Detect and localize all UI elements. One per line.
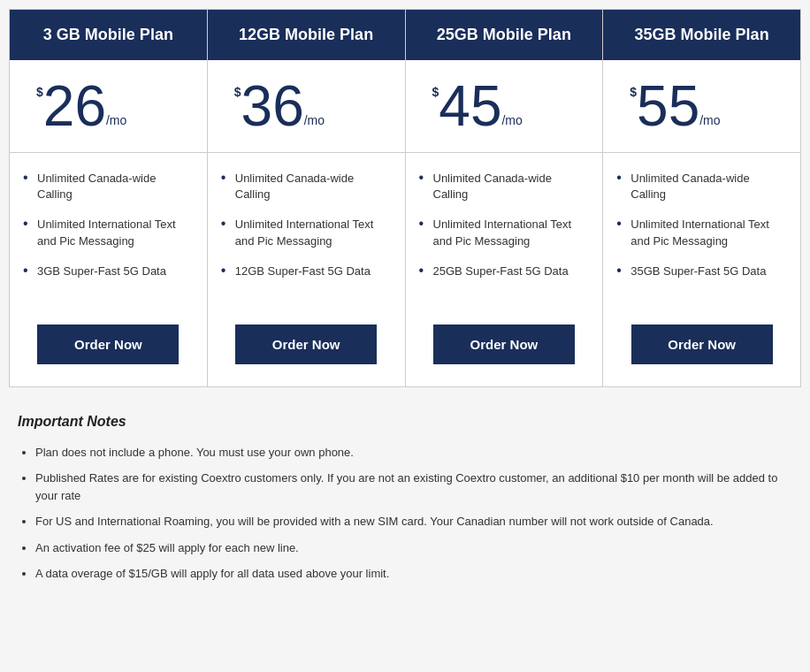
currency-symbol-3: $ [432, 85, 439, 99]
feature-item: 25GB Super-Fast 5G Data [419, 263, 590, 279]
plan-price-2: $36/mo [208, 60, 405, 153]
plan-column-3: 25GB Mobile Plan$45/moUnlimited Canada-w… [406, 10, 604, 386]
plan-column-1: 3 GB Mobile Plan$26/moUnlimited Canada-w… [10, 10, 208, 386]
plan-title-2: 12GB Mobile Plan [208, 10, 405, 60]
price-suffix-1: /mo [106, 113, 126, 127]
feature-item: Unlimited Canada-wide Calling [419, 171, 590, 202]
notes-title: Important Notes [18, 414, 792, 430]
plan-price-3: $45/mo [406, 60, 603, 153]
plan-title-1: 3 GB Mobile Plan [10, 10, 207, 60]
plan-footer-3: Order Now [406, 311, 603, 386]
price-amount-1: 26 [43, 78, 106, 134]
currency-symbol-1: $ [36, 85, 43, 99]
currency-symbol-4: $ [630, 85, 637, 99]
plans-grid: 3 GB Mobile Plan$26/moUnlimited Canada-w… [9, 9, 801, 387]
notes-section: Important Notes Plan does not include a … [18, 414, 792, 583]
order-now-button-3[interactable]: Order Now [433, 325, 575, 364]
price-suffix-4: /mo [699, 113, 720, 127]
note-item: Published Rates are for existing Coextro… [35, 470, 792, 504]
feature-item: Unlimited International Text and Pic Mes… [221, 217, 392, 248]
feature-item: Unlimited Canada-wide Calling [23, 171, 194, 202]
order-now-button-1[interactable]: Order Now [37, 325, 179, 364]
plan-features-1: Unlimited Canada-wide CallingUnlimited I… [10, 153, 207, 311]
note-item: A data overage of $15/GB will apply for … [35, 565, 792, 583]
plan-features-2: Unlimited Canada-wide CallingUnlimited I… [208, 153, 405, 311]
feature-item: Unlimited International Text and Pic Mes… [419, 217, 590, 248]
plan-title-3: 25GB Mobile Plan [406, 10, 603, 60]
plan-footer-1: Order Now [10, 311, 207, 386]
order-now-button-4[interactable]: Order Now [631, 325, 773, 364]
feature-item: Unlimited International Text and Pic Mes… [616, 217, 787, 248]
feature-item: 3GB Super-Fast 5G Data [23, 263, 194, 279]
note-item: Plan does not include a phone. You must … [35, 444, 792, 462]
order-now-button-2[interactable]: Order Now [235, 325, 377, 364]
plan-footer-4: Order Now [603, 311, 800, 386]
feature-item: 35GB Super-Fast 5G Data [616, 263, 787, 279]
price-amount-4: 55 [637, 78, 699, 134]
plan-column-4: 35GB Mobile Plan$55/moUnlimited Canada-w… [603, 10, 800, 386]
note-item: An activation fee of $25 will apply for … [35, 539, 792, 557]
plan-column-2: 12GB Mobile Plan$36/moUnlimited Canada-w… [208, 10, 406, 386]
plan-price-4: $55/mo [603, 60, 800, 153]
notes-list: Plan does not include a phone. You must … [18, 444, 792, 583]
feature-item: Unlimited Canada-wide Calling [221, 171, 392, 202]
price-suffix-3: /mo [501, 113, 522, 127]
price-suffix-2: /mo [304, 113, 325, 127]
plan-features-3: Unlimited Canada-wide CallingUnlimited I… [406, 153, 603, 311]
plan-footer-2: Order Now [208, 311, 405, 386]
currency-symbol-2: $ [234, 85, 241, 99]
plan-title-4: 35GB Mobile Plan [603, 10, 800, 60]
feature-item: 12GB Super-Fast 5G Data [221, 263, 392, 279]
note-item: For US and International Roaming, you wi… [35, 513, 792, 531]
plan-features-4: Unlimited Canada-wide CallingUnlimited I… [603, 153, 800, 311]
plan-price-1: $26/mo [10, 60, 207, 153]
price-amount-3: 45 [439, 78, 501, 134]
price-amount-2: 36 [241, 78, 304, 134]
feature-item: Unlimited International Text and Pic Mes… [23, 217, 194, 248]
feature-item: Unlimited Canada-wide Calling [616, 171, 787, 202]
